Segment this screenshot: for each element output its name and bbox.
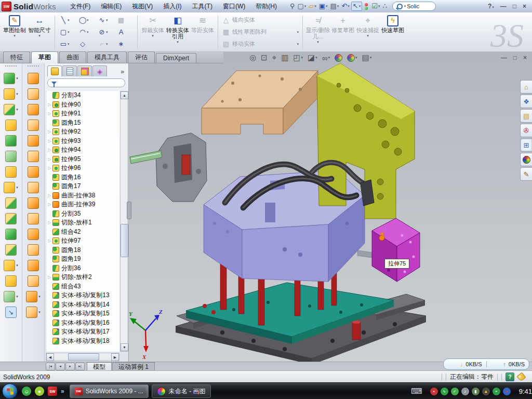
- tree-item[interactable]: ▷切除-放样2: [46, 273, 119, 282]
- instant3d-button[interactable]: ↘: [5, 307, 17, 318]
- tab-nav-button-1[interactable]: |◂: [46, 363, 55, 370]
- selection-box-icon[interactable]: ▩: [115, 14, 135, 26]
- combine-bodies-icon[interactable]: [5, 229, 17, 240]
- protection-icon[interactable]: +: [493, 388, 500, 395]
- alert-icon[interactable]: ▲: [482, 388, 490, 395]
- tag-icon[interactable]: [516, 372, 526, 381]
- help-button[interactable]: ?▾: [486, 3, 496, 10]
- text-icon[interactable]: A: [115, 26, 135, 38]
- extruded-boss-icon[interactable]: [4, 73, 15, 84]
- scroll-up-button[interactable]: ▲: [121, 91, 128, 99]
- graphics-viewport[interactable]: Y Z X ◎⊡⌖▥◰▾◪▾∞▾▾▤▾ —□× ⌂❖▤✇⊞✎ 拉伸75: [129, 52, 532, 362]
- reference-plane-icon[interactable]: [5, 275, 17, 287]
- menu-item[interactable]: 视图(V): [127, 1, 157, 12]
- spline-icon[interactable]: ∿▾: [96, 14, 115, 26]
- tree-item[interactable]: ▷切除-放样1: [46, 218, 119, 228]
- fillet-icon[interactable]: [4, 104, 15, 115]
- search-input[interactable]: ▾ Solic: [392, 2, 436, 11]
- open-icon[interactable]: ▱▾: [308, 2, 317, 10]
- lofted-surface-icon[interactable]: [28, 104, 39, 115]
- move-entities-button[interactable]: ▧移动实体▾: [221, 38, 300, 50]
- ribbon-tab-1[interactable]: 特征: [3, 51, 30, 63]
- freeform-icon[interactable]: [26, 307, 37, 318]
- untrim-surface-icon[interactable]: [28, 275, 39, 287]
- doc-restore-button[interactable]: □: [513, 54, 517, 61]
- tree-item[interactable]: ▷拉伸92: [46, 127, 119, 137]
- select-arrow-icon[interactable]: ↖▾: [351, 2, 362, 11]
- tab-nav-button-3[interactable]: ▸: [65, 363, 75, 370]
- expand-arrow-icon[interactable]: ▷: [47, 111, 52, 116]
- traffic-light-icon[interactable]: [363, 3, 370, 10]
- expand-arrow-icon[interactable]: ▷: [47, 148, 52, 152]
- tree-item[interactable]: 圆角19: [46, 255, 119, 264]
- updates-icon[interactable]: ●: [503, 388, 511, 395]
- new-document-icon[interactable]: ▢▾: [296, 2, 307, 10]
- tree-item[interactable]: ▷拉伸97: [46, 236, 119, 246]
- tree-item[interactable]: 组合43: [46, 282, 119, 291]
- menu-item[interactable]: 帮助(H): [251, 1, 282, 12]
- rectangle-icon[interactable]: ▢▾: [58, 26, 77, 38]
- expand-arrow-icon[interactable]: ▷: [47, 102, 52, 107]
- thicken-icon[interactable]: [26, 291, 37, 302]
- toolbar-grip[interactable]: [28, 65, 39, 68]
- edit-appearance-icon[interactable]: [335, 54, 342, 62]
- scroll-down-button[interactable]: ▼: [121, 343, 128, 351]
- tree-filter-input[interactable]: [47, 78, 125, 87]
- menu-item[interactable]: 插入(I): [158, 1, 186, 12]
- model-gray-clamp[interactable]: [156, 133, 207, 202]
- app-restore-button[interactable]: □: [511, 3, 518, 10]
- tab-nav-button-2[interactable]: ◂: [56, 363, 65, 370]
- tree-item[interactable]: 实体-移动/复制14: [46, 300, 119, 310]
- featuremanager-tab[interactable]: [47, 65, 62, 76]
- im-status-icon[interactable]: ✓: [451, 388, 459, 395]
- toolbar-grip[interactable]: [5, 65, 17, 68]
- extruded-cut-icon[interactable]: [4, 88, 15, 100]
- app-close-button[interactable]: ×: [521, 3, 528, 10]
- keyboard-layout-icon[interactable]: ⌨: [411, 387, 422, 396]
- custom-properties-tab[interactable]: ✎: [520, 167, 532, 181]
- ellipse-icon[interactable]: ⊘▾: [96, 26, 115, 38]
- dimxpertmanager-tab[interactable]: ◈: [92, 65, 107, 76]
- resources-tab[interactable]: ⌂: [520, 80, 532, 94]
- appearances-tab[interactable]: [520, 153, 532, 166]
- propertymanager-tab[interactable]: [62, 65, 77, 76]
- player-quicklaunch-icon[interactable]: ●: [35, 387, 44, 396]
- arc-icon[interactable]: ◠▾: [77, 26, 96, 38]
- save-icon[interactable]: ▣▾: [318, 2, 329, 10]
- toolbox-tab[interactable]: ✇: [520, 124, 532, 137]
- panel-overflow-button[interactable]: »: [121, 68, 126, 76]
- split-body-icon[interactable]: [5, 213, 17, 224]
- tree-item[interactable]: 分割35: [46, 209, 119, 219]
- move-copy-bodies-icon[interactable]: [5, 244, 17, 256]
- reference-point-icon[interactable]: [4, 260, 15, 271]
- shell-icon[interactable]: [5, 135, 17, 147]
- expand-arrow-icon[interactable]: ▷: [47, 202, 52, 207]
- model-small-cylinder[interactable]: [352, 321, 361, 340]
- network-icon[interactable]: ▮: [472, 388, 480, 395]
- zoom-area-icon[interactable]: ⊡: [261, 53, 268, 62]
- scroll-thumb[interactable]: [68, 353, 99, 361]
- security-alert-icon[interactable]: ×: [430, 388, 438, 395]
- smart-dimension-button[interactable]: ↔智能尺寸▾: [27, 14, 52, 50]
- scroll-thumb[interactable]: [121, 224, 128, 257]
- apply-scene-icon[interactable]: ▾: [347, 54, 357, 62]
- offset-surface-icon[interactable]: [28, 166, 39, 178]
- linear-pattern-icon[interactable]: [4, 182, 15, 193]
- replace-face-icon[interactable]: [28, 213, 39, 224]
- planar-surface-icon[interactable]: [28, 151, 39, 162]
- tree-item[interactable]: ▷拉伸96: [46, 164, 119, 173]
- display-style-icon[interactable]: ◪▾: [308, 53, 317, 62]
- magnifier-icon[interactable]: ⌖: [272, 53, 276, 62]
- tree-item[interactable]: 实体-移动/复制18: [46, 337, 119, 346]
- tree-item[interactable]: ▷拉伸91: [46, 109, 119, 118]
- rib-icon[interactable]: [5, 151, 17, 162]
- expand-arrow-icon[interactable]: ▷: [47, 193, 52, 198]
- network-speed-widget[interactable]: ↓ 0KB/S ↑ 0KB/S: [443, 358, 529, 370]
- taskbar-clock[interactable]: 9:41: [519, 388, 532, 395]
- tree-item[interactable]: 分割34: [46, 91, 119, 100]
- tree-item[interactable]: 圆角18: [46, 246, 119, 255]
- tree-item[interactable]: 实体-移动/复制17: [46, 327, 119, 337]
- quick-snaps-button[interactable]: ⌖快速捕捉▾: [355, 14, 380, 50]
- swept-boss-icon[interactable]: [5, 119, 17, 131]
- rapid-sketch-button[interactable]: ϟ快速草图: [380, 14, 405, 50]
